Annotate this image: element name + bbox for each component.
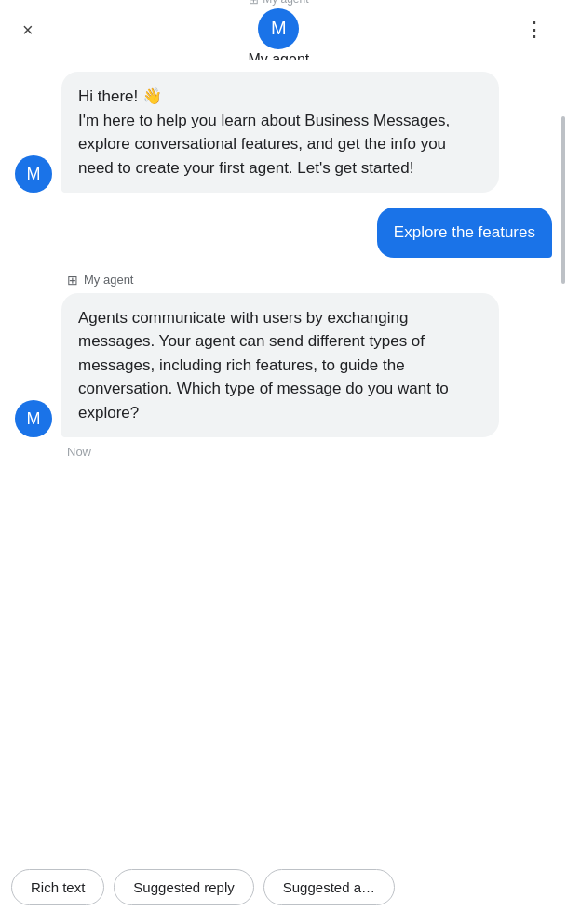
chip-rich-text[interactable]: Rich text — [11, 869, 104, 905]
timestamp-label: Now — [67, 445, 552, 459]
first-message-row: M Hi there! 👋 I'm here to help you learn… — [15, 72, 552, 193]
header-agent-label: ⊞ My agent — [249, 0, 308, 7]
close-button[interactable]: × — [15, 16, 41, 45]
user-bubble: Explore the features — [377, 208, 552, 258]
app-container: × ⊞ My agent M My agent ⋮ M Hi there! 👋 … — [0, 0, 567, 924]
header-agent-text: My agent — [263, 0, 308, 6]
chips-bar: Rich text Suggested reply Suggested a… — [0, 850, 567, 924]
more-button[interactable]: ⋮ — [517, 14, 552, 46]
agent-bubble-2: Agents communicate with users by exchang… — [61, 293, 499, 438]
avatar: M — [258, 8, 299, 49]
scrollbar-thumb — [561, 116, 565, 284]
agent-bubble-1: Hi there! 👋 I'm here to help you learn a… — [61, 72, 499, 193]
first-message-block: M Hi there! 👋 I'm here to help you learn… — [15, 72, 552, 193]
agent-icon-2: ⊞ — [67, 273, 78, 288]
scrollbar-track[interactable] — [561, 60, 565, 850]
agent-label-text-2: My agent — [84, 273, 133, 287]
header: × ⊞ My agent M My agent ⋮ — [0, 0, 567, 60]
agent-avatar-2: M — [15, 400, 52, 437]
header-left: × — [15, 16, 41, 45]
chat-area: M Hi there! 👋 I'm here to help you learn… — [0, 60, 567, 850]
second-message-block: ⊞ My agent M Agents communicate with use… — [15, 273, 552, 460]
chip-suggested-action[interactable]: Suggested a… — [263, 869, 395, 905]
chip-suggested-reply[interactable]: Suggested reply — [114, 869, 253, 905]
user-message-row: Explore the features — [15, 208, 552, 258]
header-center: ⊞ My agent M My agent — [41, 0, 517, 68]
agent-avatar-1: M — [15, 155, 52, 193]
agent-icon-small: ⊞ — [249, 0, 259, 7]
second-message-row: M Agents communicate with users by excha… — [15, 293, 552, 438]
agent-label-2: ⊞ My agent — [67, 273, 552, 288]
